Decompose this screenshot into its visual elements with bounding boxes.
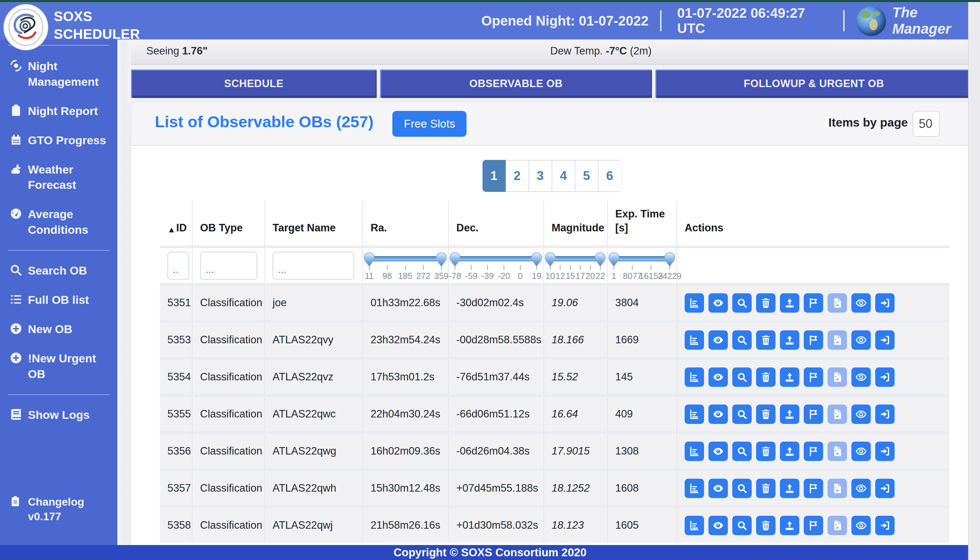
eye-outline-button[interactable] bbox=[852, 442, 871, 461]
zoom-button[interactable] bbox=[732, 293, 752, 313]
trash-button[interactable] bbox=[756, 293, 775, 313]
flag-button[interactable] bbox=[804, 367, 823, 387]
page-button-3[interactable]: 3 bbox=[529, 160, 552, 192]
sign-in-button[interactable] bbox=[875, 405, 895, 424]
sidebar-item-average-conditions[interactable]: Average Conditions bbox=[0, 200, 117, 245]
tab-observable-ob[interactable]: OBSERVABLE OB bbox=[380, 69, 652, 98]
eye-outline-button[interactable] bbox=[852, 330, 871, 350]
column-header-actions[interactable]: Actions bbox=[677, 201, 949, 246]
flag-button[interactable] bbox=[804, 293, 823, 313]
eye-filled-button[interactable] bbox=[708, 405, 728, 424]
sign-in-button[interactable] bbox=[875, 442, 895, 461]
flag-button[interactable] bbox=[804, 479, 823, 498]
file-image-button[interactable] bbox=[828, 293, 847, 313]
eye-outline-button[interactable] bbox=[852, 405, 871, 424]
brand-area[interactable]: SOXS SCHEDULER bbox=[0, 2, 117, 40]
zoom-button[interactable] bbox=[732, 330, 752, 350]
page-scrollbar[interactable] bbox=[968, 2, 980, 560]
column-header-ob-type[interactable]: OB Type bbox=[193, 201, 265, 246]
column-header-dec[interactable]: Dec. bbox=[449, 201, 544, 246]
slider-min-handle[interactable] bbox=[363, 252, 375, 267]
sign-in-button[interactable] bbox=[875, 330, 895, 350]
eye-outline-button[interactable] bbox=[852, 479, 871, 498]
user-name[interactable]: The Manager bbox=[892, 2, 980, 40]
slider-track[interactable] bbox=[614, 256, 670, 261]
sidebar-item-night-report[interactable]: Night Report bbox=[0, 97, 117, 126]
file-image-button[interactable] bbox=[828, 405, 847, 424]
column-header-target-name[interactable]: Target Name bbox=[265, 201, 363, 246]
file-image-button[interactable] bbox=[828, 516, 847, 535]
sidebar-item-new-urgent-ob[interactable]: !New Urgent OB bbox=[0, 344, 117, 389]
sidebar-item-search-ob[interactable]: Search OB bbox=[0, 256, 117, 285]
slider-track[interactable] bbox=[455, 256, 537, 261]
upload-button[interactable] bbox=[780, 442, 799, 461]
zoom-button[interactable] bbox=[732, 442, 752, 461]
eye-outline-button[interactable] bbox=[852, 367, 871, 387]
eye-outline-button[interactable] bbox=[852, 293, 871, 313]
page-button-1[interactable]: 1 bbox=[483, 160, 506, 192]
slider-max-handle[interactable] bbox=[435, 252, 447, 267]
sidebar-item-night-management[interactable]: Night Management bbox=[0, 52, 117, 97]
flag-button[interactable] bbox=[804, 330, 823, 350]
slider-track[interactable] bbox=[369, 256, 441, 261]
page-button-5[interactable]: 5 bbox=[575, 160, 598, 192]
column-header-magnitude[interactable]: Magnitude bbox=[544, 201, 608, 246]
sidebar-item-full-ob-list[interactable]: Full OB list bbox=[0, 285, 117, 315]
flag-button[interactable] bbox=[804, 405, 823, 424]
tab-followup-urgent-ob[interactable]: FOLLOWUP & URGENT OB bbox=[655, 69, 973, 98]
sign-in-button[interactable] bbox=[875, 367, 895, 387]
file-image-button[interactable] bbox=[828, 442, 847, 461]
ob-type-filter-input[interactable] bbox=[200, 252, 257, 280]
target-name-filter-input[interactable] bbox=[273, 252, 354, 280]
bar-chart-button[interactable] bbox=[685, 330, 704, 350]
column-header-ra[interactable]: Ra. bbox=[363, 201, 449, 246]
zoom-button[interactable] bbox=[732, 367, 752, 387]
trash-button[interactable] bbox=[756, 367, 775, 387]
eye-filled-button[interactable] bbox=[708, 442, 728, 461]
eye-filled-button[interactable] bbox=[708, 479, 728, 498]
file-image-button[interactable] bbox=[828, 367, 847, 387]
upload-button[interactable] bbox=[780, 293, 799, 313]
slider-min-handle[interactable] bbox=[608, 252, 620, 267]
trash-button[interactable] bbox=[756, 516, 775, 535]
eye-filled-button[interactable] bbox=[708, 367, 728, 387]
eye-filled-button[interactable] bbox=[708, 330, 728, 350]
trash-button[interactable] bbox=[756, 405, 775, 424]
bar-chart-button[interactable] bbox=[685, 442, 704, 461]
flag-button[interactable] bbox=[804, 442, 823, 461]
sign-in-button[interactable] bbox=[875, 479, 895, 498]
bar-chart-button[interactable] bbox=[685, 516, 704, 535]
content-scrollbar-gutter[interactable] bbox=[117, 40, 131, 545]
page-button-4[interactable]: 4 bbox=[552, 160, 575, 192]
file-image-button[interactable] bbox=[828, 330, 847, 350]
slider-track[interactable] bbox=[550, 256, 600, 261]
slider-min-handle[interactable] bbox=[545, 252, 556, 267]
sidebar-item-gto-progress[interactable]: GTO Progress bbox=[0, 126, 117, 155]
eye-outline-button[interactable] bbox=[852, 516, 871, 535]
trash-button[interactable] bbox=[756, 479, 775, 498]
sign-in-button[interactable] bbox=[875, 293, 895, 313]
upload-button[interactable] bbox=[780, 367, 799, 387]
id-filter-input[interactable] bbox=[167, 252, 189, 280]
eye-filled-button[interactable] bbox=[708, 293, 728, 313]
trash-button[interactable] bbox=[756, 442, 775, 461]
file-image-button[interactable] bbox=[828, 479, 847, 498]
slider-max-handle[interactable] bbox=[595, 252, 606, 267]
free-slots-button[interactable]: Free Slots bbox=[392, 111, 467, 137]
column-header-exp-time-s[interactable]: Exp. Time [s] bbox=[608, 201, 677, 246]
sidebar-item-weather-forecast[interactable]: Weather Forecast bbox=[0, 155, 117, 200]
eye-filled-button[interactable] bbox=[708, 516, 728, 535]
page-button-2[interactable]: 2 bbox=[506, 160, 529, 192]
bar-chart-button[interactable] bbox=[685, 405, 704, 424]
upload-button[interactable] bbox=[780, 405, 799, 424]
tab-schedule[interactable]: SCHEDULE bbox=[131, 69, 377, 98]
zoom-button[interactable] bbox=[732, 479, 752, 498]
upload-button[interactable] bbox=[780, 330, 799, 350]
page-button-6[interactable]: 6 bbox=[598, 160, 622, 192]
items-by-page-input[interactable] bbox=[913, 111, 940, 137]
sign-in-button[interactable] bbox=[875, 516, 895, 535]
trash-button[interactable] bbox=[756, 330, 775, 350]
sidebar-item-show-logs[interactable]: Show Logs bbox=[0, 400, 117, 430]
sidebar-item-new-ob[interactable]: New OB bbox=[0, 315, 117, 344]
sidebar-item-changelog[interactable]: Changelog v0.177 bbox=[0, 491, 117, 527]
